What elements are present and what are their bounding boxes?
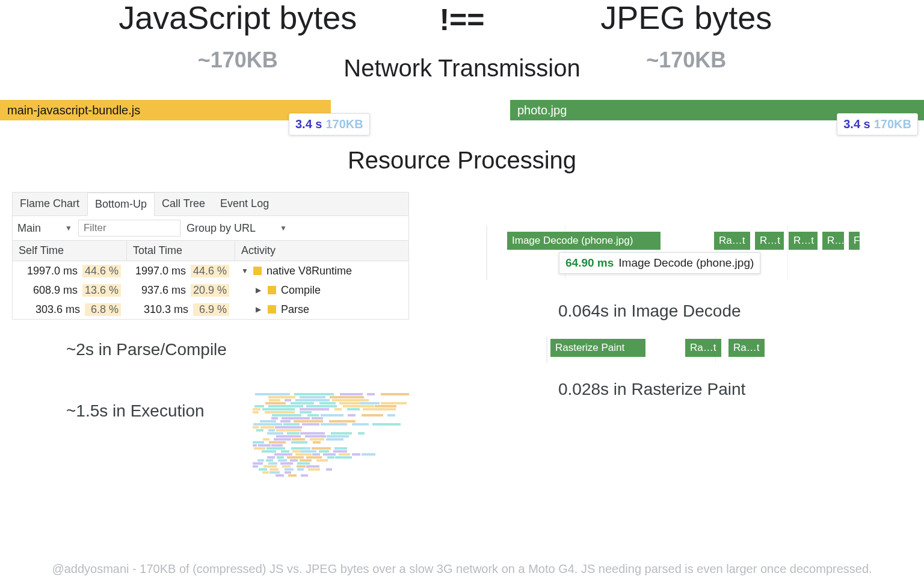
network-bars: main-javascript-bundle.js 3.4 s170KB pho…: [0, 100, 924, 120]
jpeg-bar-size: 170KB: [874, 117, 911, 131]
raster-paint-block: Rasterize Paint: [550, 339, 645, 357]
image-decode-timeline: Image Decode (phone.jpg) Ra…t R…t R…t R……: [486, 226, 912, 280]
decode-summary: 0.064s in Image Decode: [558, 302, 912, 321]
devtools-panel: Flame Chart Bottom-Up Call Tree Event Lo…: [12, 192, 409, 320]
raster-summary: 0.028s in Rasterize Paint: [558, 380, 912, 399]
js-bar-label: main-javascript-bundle.js: [7, 104, 140, 117]
devtools-tabs: Flame Chart Bottom-Up Call Tree Event Lo…: [13, 193, 408, 216]
jpeg-title: JPEG bytes: [485, 0, 888, 36]
group-label: Group by URL: [186, 222, 256, 235]
col-self-time: Self Time: [13, 241, 127, 261]
group-select[interactable]: Group by URL ▼: [186, 222, 287, 235]
jpeg-bar-tooltip: 3.4 s170KB: [837, 113, 918, 135]
chevron-down-icon: ▼: [280, 224, 287, 232]
thread-label: Main: [17, 222, 41, 235]
jpeg-bar-time: 3.4 s: [843, 117, 870, 131]
tab-flame-chart[interactable]: Flame Chart: [13, 193, 87, 215]
raster-block-small: R…t: [789, 232, 818, 250]
flame-chart-thumbnail: [253, 393, 409, 477]
table-row[interactable]: 1997.0 ms44.6 %1997.0 ms44.6 %▼native V8…: [13, 261, 408, 280]
raster-paint-small: Ra…t: [685, 339, 721, 357]
decode-tooltip: 64.90 msImage Decode (phone.jpg): [559, 252, 760, 274]
js-title: JavaScript bytes: [36, 0, 439, 36]
js-bar-size: 170KB: [325, 117, 363, 131]
table-row[interactable]: 303.6 ms6.8 %310.3 ms6.9 %▶Parse: [13, 300, 408, 319]
devtools-toolbar: Main ▼ Group by URL ▼: [13, 216, 408, 241]
raster-block-small: Ra…t: [714, 232, 750, 250]
tab-bottom-up[interactable]: Bottom-Up: [87, 193, 155, 216]
filter-input[interactable]: [78, 220, 180, 237]
devtools-table-body: 1997.0 ms44.6 %1997.0 ms44.6 %▼native V8…: [13, 261, 408, 319]
thread-select[interactable]: Main ▼: [17, 222, 72, 235]
raster-block-small: R…: [822, 232, 844, 250]
tab-call-tree[interactable]: Call Tree: [155, 193, 213, 215]
js-bar-time: 3.4 s: [295, 117, 322, 131]
chevron-down-icon: ▼: [65, 224, 72, 232]
raster-block-small: R…t: [755, 232, 784, 250]
decode-tooltip-time: 64.90 ms: [565, 256, 614, 269]
raster-paint-small: Ra…t: [728, 339, 765, 357]
footnote: @addyosmani - 170KB of (compressed) JS v…: [0, 562, 924, 576]
content-row: Flame Chart Bottom-Up Call Tree Event Lo…: [0, 192, 924, 477]
js-bar: main-javascript-bundle.js: [0, 100, 331, 120]
decode-block: Image Decode (phone.jpg): [507, 232, 661, 250]
col-total-time: Total Time: [127, 241, 235, 261]
raster-block-small: F: [849, 232, 860, 250]
table-row[interactable]: 608.9 ms13.6 %937.6 ms20.9 %▶Compile: [13, 280, 408, 300]
not-equal-symbol: !==: [439, 2, 484, 37]
col-activity: Activity: [235, 241, 408, 261]
processing-heading: Resource Processing: [0, 147, 924, 174]
jpeg-bar-label: photo.jpg: [517, 104, 567, 117]
devtools-table-header: Self Time Total Time Activity: [13, 241, 408, 261]
tab-event-log[interactable]: Event Log: [213, 193, 277, 215]
decode-tooltip-label: Image Decode (phone.jpg): [618, 256, 754, 269]
raster-timeline: Rasterize Paint Ra…t Ra…t: [546, 336, 912, 363]
parse-compile-summary: ~2s in Parse/Compile: [66, 340, 438, 359]
js-bar-tooltip: 3.4 s170KB: [289, 113, 370, 135]
